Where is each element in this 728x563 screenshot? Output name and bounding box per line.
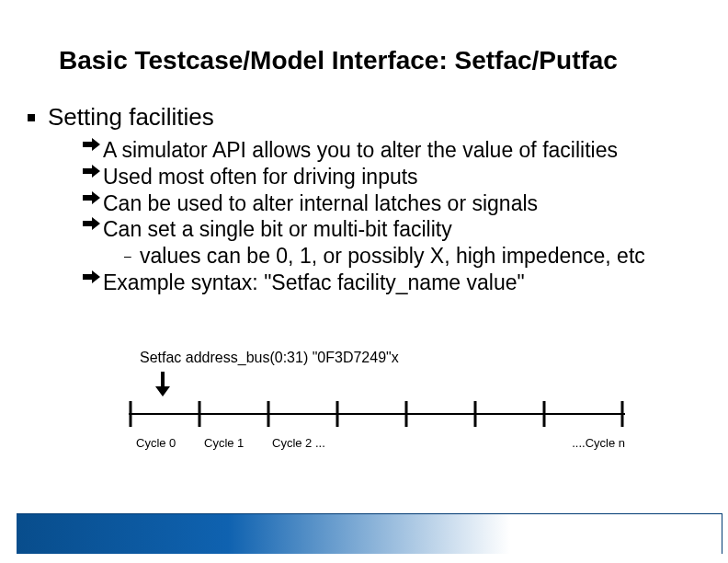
setfac-command-label: Setfac address_bus(0:31) "0F3D7249"x (140, 350, 625, 366)
arrow-right-icon (83, 190, 101, 217)
cycle-label: Cycle 0 (136, 436, 176, 450)
arrow-right-icon (83, 137, 101, 164)
bullet-item: Can be used to alter internal latches or… (83, 190, 700, 217)
arrow-right-icon (83, 216, 101, 243)
arrow-right-icon (83, 270, 101, 296)
bullet-item: Can set a single bit or multi-bit facili… (83, 216, 700, 243)
square-bullet-icon (28, 114, 35, 121)
slide: Basic Testcase/Model Interface: Setfac/P… (0, 0, 728, 563)
cycle-labels: Cycle 0 Cycle 1 Cycle 2 ... ....Cycle n (129, 436, 625, 454)
bullet-text: Example syntax: "Setfac facility_name va… (103, 270, 525, 296)
bullet-text: Can set a single bit or multi-bit facili… (103, 216, 452, 243)
bullet-text: Used most often for driving inputs (103, 164, 418, 190)
cycle-label: Cycle 2 ... (272, 436, 325, 450)
slide-title: Basic Testcase/Model Interface: Setfac/P… (59, 46, 618, 75)
section-heading-text: Setting facilities (48, 103, 214, 132)
sub-bullet-text: values can be 0, 1, or possibly X, high … (140, 243, 645, 270)
bullet-item: A simulator API allows you to alter the … (83, 137, 700, 164)
sub-bullet-item: – values can be 0, 1, or possibly X, hig… (123, 243, 700, 270)
slide-body: Setting facilities A simulator API allow… (28, 103, 700, 296)
bullet-text: A simulator API allows you to alter the … (103, 137, 618, 164)
arrow-down-icon (154, 372, 625, 397)
dash-icon: – (123, 248, 132, 265)
arrow-right-icon (83, 164, 101, 190)
timeline-diagram: Setfac address_bus(0:31) "0F3D7249"x Cyc… (129, 350, 625, 454)
bullet-list: A simulator API allows you to alter the … (83, 137, 700, 296)
cycle-label: ....Cycle n (572, 436, 625, 450)
footer-bar (17, 513, 722, 554)
section-heading: Setting facilities (28, 103, 700, 132)
bullet-item: Example syntax: "Setfac facility_name va… (83, 270, 700, 296)
bullet-text: Can be used to alter internal latches or… (103, 190, 538, 217)
timeline-axis (129, 397, 625, 431)
cycle-label: Cycle 1 (204, 436, 244, 450)
bullet-item: Used most often for driving inputs (83, 164, 700, 190)
